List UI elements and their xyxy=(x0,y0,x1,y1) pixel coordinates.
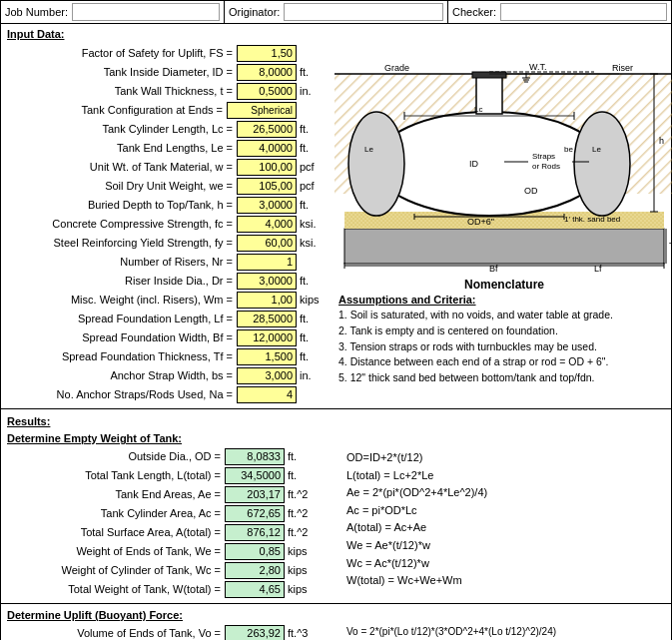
svg-text:Bf: Bf xyxy=(489,264,498,274)
input-data-header: Input Data: xyxy=(1,24,671,42)
unit-od: ft. xyxy=(285,449,325,464)
formula-vo: Vo = 2*(pi*(Lo t/12)*(3*OD^2+4*(Lo t/12)… xyxy=(338,626,671,637)
val-na[interactable]: 4 xyxy=(237,386,297,403)
label-we: Soil Dry Unit Weight, we = xyxy=(7,179,237,194)
unit-le: ft. xyxy=(297,141,325,156)
unit-wtotal: kips xyxy=(285,582,325,597)
unit-atotal: ft.^2 xyxy=(285,525,325,540)
uplift-formulas: Vo = 2*(pi*(Lo t/12)*(3*OD^2+4*(Lo t/12)… xyxy=(331,624,671,640)
val-fs[interactable]: 1,50 xyxy=(237,45,297,62)
val-tf[interactable]: 1,500 xyxy=(237,348,297,365)
uplift-results: Volume of Ends of Tank, Vo = 263,92 ft.^… xyxy=(1,622,671,640)
label-wtotal: Total Weight of Tank, W(total) = xyxy=(7,582,225,597)
row-bf: Spread Foundation Width, Bf = 12,0000 ft… xyxy=(1,328,331,347)
val-fy[interactable]: 60,00 xyxy=(237,235,297,252)
label-lc: Tank Cylinder Length, Lc = xyxy=(7,122,237,137)
val-od[interactable]: 8,0833 xyxy=(225,448,285,465)
job-number-input[interactable] xyxy=(72,3,220,21)
label-atotal: Total Surface Area, A(total) = xyxy=(7,525,225,540)
job-number-field[interactable]: Job Number: xyxy=(1,1,225,23)
val-lf[interactable]: 28,5000 xyxy=(237,311,297,327)
row-wm: Misc. Weight (incl. Risers), Wm = 1,00 k… xyxy=(1,291,331,310)
row-wc: Weight of Cylinder of Tank, Wc = 2,80 ki… xyxy=(1,561,331,580)
label-bs: Anchor Strap Width, bs = xyxy=(7,368,237,383)
row-ac: Tank Cylinder Area, Ac = 672,65 ft.^2 xyxy=(1,504,331,523)
originator-field[interactable]: Originator: xyxy=(225,1,448,23)
formula-wc: Wc = Ac*(t/12)*w xyxy=(338,555,671,573)
input-diagram-row: Factor of Safety for Uplift, FS = 1,50 T… xyxy=(1,42,671,406)
val-wc[interactable]: 2,80 xyxy=(225,562,285,579)
empty-weight-results: Outside Dia., OD = 8,0833 ft. Total Tank… xyxy=(1,445,671,601)
val-atotal[interactable]: 876,12 xyxy=(225,524,285,541)
svg-point-11 xyxy=(574,112,630,216)
svg-text:Lc: Lc xyxy=(474,105,482,114)
val-w[interactable]: 100,00 xyxy=(237,159,297,176)
job-number-label: Job Number: xyxy=(5,6,68,18)
val-bs[interactable]: 3,000 xyxy=(237,367,297,384)
row-dr: Riser Inside Dia., Dr = 3,0000 ft. xyxy=(1,272,331,291)
assumption-5: 5. 12" thick sand bed between bottom/tan… xyxy=(338,370,670,386)
unit-we-result: kips xyxy=(285,544,325,559)
val-ltotal[interactable]: 34,5000 xyxy=(225,467,285,484)
row-fs: Factor of Safety for Uplift, FS = 1,50 xyxy=(1,44,331,63)
label-wm: Misc. Weight (incl. Risers), Wm = xyxy=(7,293,237,308)
val-config[interactable]: Spherical xyxy=(227,102,297,119)
empty-weight-left: Outside Dia., OD = 8,0833 ft. Total Tank… xyxy=(1,447,331,599)
val-we[interactable]: 105,00 xyxy=(237,178,297,195)
row-bs: Anchor Strap Width, bs = 3,000 in. xyxy=(1,366,331,385)
label-od: Outside Dia., OD = xyxy=(7,449,225,464)
label-wc: Weight of Cylinder of Tank, Wc = xyxy=(7,563,225,578)
svg-text:Lf: Lf xyxy=(594,264,602,274)
formula-ae: Ae = 2*(pi*(OD^2+4*Le^2)/4) xyxy=(338,484,671,502)
checker-label: Checker: xyxy=(452,6,496,18)
assumption-4: 4. Distance between each end of a strap … xyxy=(338,354,670,370)
svg-text:ID: ID xyxy=(469,159,479,169)
val-h[interactable]: 3,0000 xyxy=(237,197,297,214)
row-na: No. Anchor Straps/Rods Used, Na = 4 xyxy=(1,385,331,404)
label-nr: Number of Risers, Nr = xyxy=(7,255,237,270)
val-fc[interactable]: 4,000 xyxy=(237,216,297,233)
label-bf: Spread Foundation Width, Bf = xyxy=(7,330,237,345)
unit-h: ft. xyxy=(297,198,325,213)
originator-input[interactable] xyxy=(284,3,443,21)
assumption-1: 1. Soil is saturated, with no voids, and… xyxy=(338,308,670,323)
val-ae[interactable]: 203,17 xyxy=(225,486,285,503)
unit-tf: ft. xyxy=(297,349,325,364)
label-config: Tank Configuration at Ends = xyxy=(7,103,227,118)
val-wm[interactable]: 1,00 xyxy=(237,292,297,309)
label-ac: Tank Cylinder Area, Ac = xyxy=(7,506,225,521)
svg-text:Riser: Riser xyxy=(612,63,633,73)
unit-we: pcf xyxy=(297,179,325,194)
label-fs: Factor of Safety for Uplift, FS = xyxy=(7,46,237,61)
label-we-result: Weight of Ends of Tank, We = xyxy=(7,544,225,559)
row-we: Soil Dry Unit Weight, we = 105,00 pcf xyxy=(1,177,331,196)
val-le[interactable]: 4,0000 xyxy=(237,140,297,157)
label-dr: Riser Inside Dia., Dr = xyxy=(7,274,237,289)
empty-weight-header: Determine Empty Weight of Tank: xyxy=(1,429,671,445)
row-vo: Volume of Ends of Tank, Vo = 263,92 ft.^… xyxy=(1,624,331,640)
val-dr[interactable]: 3,0000 xyxy=(237,273,297,290)
unit-fc: ksi. xyxy=(297,217,325,232)
val-bf[interactable]: 12,0000 xyxy=(237,329,297,346)
formula-wtotal: W(total) = Wc+We+Wm xyxy=(338,572,671,590)
svg-text:Le: Le xyxy=(364,145,373,154)
row-lf: Spread Foundation Length, Lf = 28,5000 f… xyxy=(1,310,331,328)
val-id[interactable]: 8,0000 xyxy=(237,64,297,81)
unit-wc: kips xyxy=(285,563,325,578)
svg-text:Le: Le xyxy=(592,145,601,154)
unit-lf: ft. xyxy=(297,312,325,326)
val-ac[interactable]: 672,65 xyxy=(225,505,285,522)
checker-input[interactable] xyxy=(500,3,667,21)
unit-t: in. xyxy=(297,84,325,99)
val-nr[interactable]: 1 xyxy=(237,254,297,271)
val-vo[interactable]: 263,92 xyxy=(225,625,285,640)
label-ae: Tank End Areas, Ae = xyxy=(7,487,225,502)
val-lc[interactable]: 26,5000 xyxy=(237,121,297,138)
formula-ltotal: L(total) = Lc+2*Le xyxy=(338,467,671,485)
label-fc: Concrete Compressive Strength, fc = xyxy=(7,217,237,232)
val-we-result[interactable]: 0,85 xyxy=(225,543,285,560)
val-t[interactable]: 0,5000 xyxy=(237,83,297,100)
checker-field[interactable]: Checker: xyxy=(448,1,671,23)
label-lf: Spread Foundation Length, Lf = xyxy=(7,312,237,326)
val-wtotal[interactable]: 4,65 xyxy=(225,581,285,598)
